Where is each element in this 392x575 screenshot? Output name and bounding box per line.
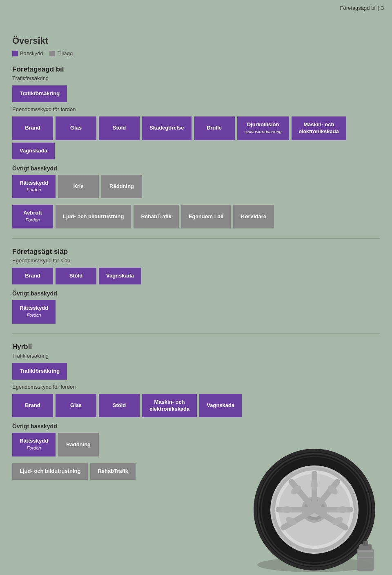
divider-2 [12,333,380,334]
svg-point-24 [336,506,348,513]
buttons-hyrbil-egendom: Brand Glas Stöld Maskin- ochelektroniksk… [12,394,380,418]
btn-vagnskada-slap[interactable]: Vagnskada [99,268,141,284]
svg-rect-30 [358,557,373,558]
btn-korvidare[interactable]: KörVidare [233,205,274,228]
btn-kris[interactable]: Kris [58,175,99,199]
btn-brand-slap[interactable]: Brand [12,268,53,284]
btn-trafikforsakring[interactable]: Trafikförsäkring [12,85,67,102]
svg-rect-29 [358,550,373,552]
btn-djurkollision[interactable]: Djurkollisionsjälvriskreducering [237,116,289,140]
legend-row: Basskydd Tillägg [12,50,380,56]
section-hyrbil-title: Hyrbil [12,343,380,351]
svg-point-19 [311,479,318,491]
section-foretagsagd-bil: Företagsägd bil Trafikförsäkring Trafikf… [12,65,380,228]
btn-rattsskydd-1[interactable]: RättsskyddFordon [12,175,56,199]
btn-raddning-hyrbil[interactable]: Räddning [58,433,99,456]
btn-vagnskada-hyrbil[interactable]: Vagnskada [199,394,242,418]
subtitle-hyrbil-trafik: Trafikförsäkring [12,353,380,359]
btn-hyrbil-trafikforsakring[interactable]: Trafikförsäkring [12,363,67,380]
btn-stold-slap[interactable]: Stöld [56,268,96,284]
page-header: Företagsägd bil | 3 [0,0,392,11]
oversikt-title: Översikt [12,36,380,46]
btn-maskin-hyrbil[interactable]: Maskin- ochelektronikskada [142,394,197,418]
section-foretagsagt-slap: Företagsägt släp Egendomsskydd för släp … [12,248,380,324]
btn-glas-1[interactable]: Glas [56,116,96,140]
tire-illustration [237,420,392,575]
btn-rattsskydd-hyrbil[interactable]: RättsskyddFordon [12,433,56,456]
btn-brand-hyrbil[interactable]: Brand [12,394,53,418]
btn-stold-hyrbil[interactable]: Stöld [99,394,140,418]
legend-tillagg-label: Tillägg [57,50,73,56]
section-slap-title: Företagsägt släp [12,248,380,256]
btn-raddning-1[interactable]: Räddning [101,175,142,199]
divider-1 [12,238,380,239]
btn-glas-hyrbil[interactable]: Glas [56,394,96,418]
btn-rattsskydd-slap[interactable]: RättsskyddFordon [12,300,56,324]
subtitle-egendom-slap: Egendomsskydd för släp [12,257,380,264]
page-title: Företagsägd bil | 3 [340,5,384,11]
tire-svg [237,420,392,575]
btn-skadegorelse[interactable]: Skadegörelse [142,116,192,140]
buttons-trafikforsakring: Trafikförsäkring [12,85,380,102]
ovrigt-basskydd-title-1: Övrigt basskydd [12,165,380,172]
buttons-ovrigt-1: RättsskyddFordon Kris Räddning [12,175,380,199]
btn-vagnskada-1[interactable]: Vagnskada [12,143,55,159]
legend-gray-box [49,51,55,56]
subtitle-trafikforsakring: Trafikförsäkring [12,75,380,81]
buttons-egendom-fordon: Brand Glas Stöld Skadegörelse Drulle Dju… [12,116,380,159]
ovrigt-basskydd-title-2: Övrigt basskydd [12,290,380,297]
buttons-egendom-slap: Brand Stöld Vagnskada [12,268,380,284]
buttons-avbrott-fordon: AvbrottFordon Ljud- och bildutrustning R… [12,205,380,228]
btn-brand-1[interactable]: Brand [12,116,53,140]
btn-rehabtrafik-hyrbil[interactable]: RehabTrafik [90,463,135,480]
btn-maskin-1[interactable]: Maskin- ochelektronikskada [292,116,346,140]
svg-rect-28 [363,541,368,546]
subtitle-egendom-fordon: Egendomsskydd för fordon [12,106,380,112]
btn-stold-1[interactable]: Stöld [99,116,140,140]
legend-basskydd-label: Basskydd [20,50,43,56]
btn-drulle[interactable]: Drulle [194,116,235,140]
btn-ljud-1[interactable]: Ljud- och bildutrustning [56,205,131,228]
buttons-ovrigt-slap: RättsskyddFordon [12,300,380,324]
legend-purple-box [12,51,18,56]
legend-basskydd: Basskydd [12,50,43,56]
buttons-hyrbil-trafik: Trafikförsäkring [12,363,380,380]
subtitle-hyrbil-egendom: Egendomsskydd för fordon [12,384,380,390]
oversikt-section: Översikt Basskydd Tillägg [12,36,380,56]
btn-avbrott-fordon[interactable]: AvbrottFordon [12,205,53,228]
btn-rehabtrafik-1[interactable]: RehabTrafik [134,205,178,228]
section-foretagsagd-bil-title: Företagsägd bil [12,65,380,74]
btn-ljud-hyrbil[interactable]: Ljud- och bildutrustning [12,463,88,480]
legend-tillagg: Tillägg [49,50,73,56]
svg-point-25 [281,506,292,513]
btn-egendom-bil[interactable]: Egendom i bil [181,205,231,228]
